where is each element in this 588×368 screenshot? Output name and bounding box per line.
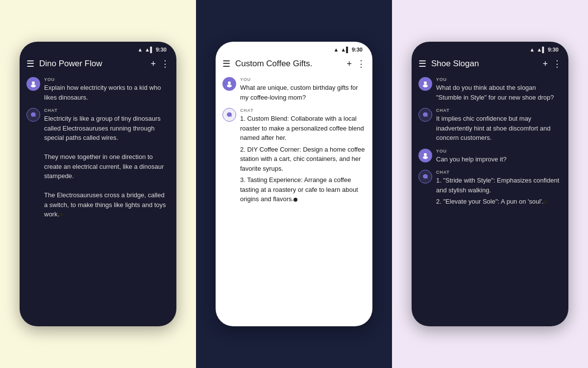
message-text-2-0: What do you think about the slogan "Stum… bbox=[436, 83, 562, 102]
message-block-2-1: CHAT It implies chic confidence but may … bbox=[418, 108, 562, 143]
wifi-icon-right: ▲ bbox=[529, 47, 535, 53]
list-item-2-0: 1. "Stride with Style": Emphasizes confi… bbox=[436, 176, 562, 195]
add-icon-right[interactable]: + bbox=[542, 59, 548, 69]
svg-point-0 bbox=[32, 81, 35, 84]
svg-point-4 bbox=[424, 81, 427, 84]
status-icons-right: ▲ ▲▌ 9:30 bbox=[529, 47, 559, 53]
app-header-center: ☰ Custom Coffee Gifts. + ⋮ bbox=[216, 54, 372, 73]
message-content-1-1: CHAT 1. Custom Blend: Collaborate with a… bbox=[240, 108, 366, 206]
more-icon-left[interactable]: ⋮ bbox=[161, 58, 170, 69]
header-title-left: Dino Power Flow bbox=[39, 59, 146, 69]
more-icon-right[interactable]: ⋮ bbox=[553, 58, 562, 69]
message-block-0-0: YOU Explain how electricity works to a k… bbox=[26, 77, 170, 102]
avatar-chat-right-1 bbox=[418, 108, 432, 122]
message-content-0-1: CHAT Electricity is like a group of tiny… bbox=[44, 108, 170, 219]
chat-icon-right-2 bbox=[422, 173, 429, 180]
avatar-user-left bbox=[26, 77, 40, 91]
message-label-2-2: YOU bbox=[436, 149, 562, 154]
message-label-1-0: YOU bbox=[240, 77, 366, 82]
time-right: 9:30 bbox=[548, 47, 559, 53]
end-dot-right bbox=[543, 200, 547, 204]
list-item-1-0: 1. Custom Blend: Collaborate with a loca… bbox=[240, 114, 366, 143]
message-content-2-0: YOU What do you think about the slogan "… bbox=[436, 77, 562, 102]
svg-point-5 bbox=[423, 84, 428, 87]
status-icons-center: ▲ ▲▌ 9:30 bbox=[333, 47, 363, 53]
message-label-2-3: CHAT bbox=[436, 170, 562, 175]
user-icon-right-1 bbox=[422, 80, 429, 87]
message-text-0-0: Explain how electricity works to a kid w… bbox=[44, 83, 170, 102]
chat-icon-center bbox=[226, 111, 233, 118]
message-text-2-1: It implies chic confidence but may inadv… bbox=[436, 114, 562, 143]
message-block-1-1: CHAT 1. Custom Blend: Collaborate with a… bbox=[222, 108, 366, 206]
wifi-icon-center: ▲ bbox=[333, 47, 339, 53]
list-item-1-1: 2. DIY Coffee Corner: Design a home coff… bbox=[240, 145, 366, 174]
message-block-2-2: YOU Can you help improve it? bbox=[418, 149, 562, 164]
message-block-1-0: YOU What are unique, custom birthday gif… bbox=[222, 77, 366, 102]
chat-icon-right-1 bbox=[422, 111, 429, 118]
end-dot-left bbox=[59, 213, 63, 217]
status-bar-right: ▲ ▲▌ 9:30 bbox=[412, 42, 568, 54]
signal-icon-center: ▲▌ bbox=[341, 47, 350, 53]
avatar-chat-center bbox=[222, 108, 236, 122]
signal-icon-left: ▲▌ bbox=[145, 47, 154, 53]
avatar-chat-right-2 bbox=[418, 170, 432, 184]
avatar-user-right-2 bbox=[418, 149, 432, 162]
message-content-2-1: CHAT It implies chic confidence but may … bbox=[436, 108, 562, 143]
list-item-1-2: 3. Tasting Experience: Arrange a coffee … bbox=[240, 175, 366, 204]
phone-right: ▲ ▲▌ 9:30 ☰ Shoe Slogan + ⋮ bbox=[412, 42, 568, 326]
status-bar-left: ▲ ▲▌ 9:30 bbox=[20, 42, 176, 54]
message-text-2-3: 1. "Stride with Style": Emphasizes confi… bbox=[436, 176, 562, 207]
message-content-2-2: YOU Can you help improve it? bbox=[436, 149, 562, 164]
message-label-1-1: CHAT bbox=[240, 108, 366, 113]
app-header-right: ☰ Shoe Slogan + ⋮ bbox=[412, 54, 568, 73]
end-dot-center bbox=[294, 198, 297, 202]
signal-icon-right: ▲▌ bbox=[537, 47, 546, 53]
phone-center-wrapper: ▲ ▲▌ 9:30 ☰ Custom Coffee Gifts. + ⋮ bbox=[216, 42, 372, 326]
time-left: 9:30 bbox=[156, 47, 167, 53]
menu-icon-left[interactable]: ☰ bbox=[26, 58, 34, 69]
phone-center: ▲ ▲▌ 9:30 ☰ Custom Coffee Gifts. + ⋮ bbox=[216, 42, 372, 326]
add-icon-center[interactable]: + bbox=[346, 59, 352, 69]
more-icon-center[interactable]: ⋮ bbox=[357, 58, 366, 69]
chat-area-left: YOU Explain how electricity works to a k… bbox=[20, 73, 176, 223]
avatar-user-right-1 bbox=[418, 77, 432, 91]
svg-point-2 bbox=[228, 81, 231, 84]
user-icon-center bbox=[226, 80, 233, 87]
status-bar-center: ▲ ▲▌ 9:30 bbox=[216, 42, 372, 54]
message-content-2-3: CHAT 1. "Stride with Style": Emphasizes … bbox=[436, 170, 562, 209]
status-icons-left: ▲ ▲▌ 9:30 bbox=[137, 47, 167, 53]
phone-right-wrapper: ▲ ▲▌ 9:30 ☰ Shoe Slogan + ⋮ bbox=[412, 42, 568, 326]
chat-area-right: YOU What do you think about the slogan "… bbox=[412, 73, 568, 212]
message-text-2-2: Can you help improve it? bbox=[436, 155, 562, 164]
message-text-1-0: What are unique, custom birthday gifts f… bbox=[240, 83, 366, 102]
message-text-1-1: 1. Custom Blend: Collaborate with a loca… bbox=[240, 114, 366, 204]
phone-left: ▲ ▲▌ 9:30 ☰ Dino Power Flow + ⋮ bbox=[20, 42, 176, 326]
svg-point-3 bbox=[227, 84, 232, 87]
menu-icon-right[interactable]: ☰ bbox=[418, 58, 426, 69]
message-label-0-0: YOU bbox=[44, 77, 170, 82]
add-icon-left[interactable]: + bbox=[150, 59, 156, 69]
message-label-2-0: YOU bbox=[436, 77, 562, 82]
app-header-left: ☰ Dino Power Flow + ⋮ bbox=[20, 54, 176, 73]
message-text-0-1: Electricity is like a group of tiny dino… bbox=[44, 114, 170, 219]
phone-left-wrapper: ▲ ▲▌ 9:30 ☰ Dino Power Flow + ⋮ bbox=[20, 42, 176, 326]
message-content-1-0: YOU What are unique, custom birthday gif… bbox=[240, 77, 366, 102]
message-block-2-0: YOU What do you think about the slogan "… bbox=[418, 77, 562, 102]
list-item-2-1: 2. "Elevate your Sole": A pun on 'soul'. bbox=[436, 197, 562, 207]
message-label-0-1: CHAT bbox=[44, 108, 170, 113]
user-icon-left bbox=[30, 80, 37, 87]
message-block-2-3: CHAT 1. "Stride with Style": Emphasizes … bbox=[418, 170, 562, 209]
avatar-chat-left bbox=[26, 108, 40, 122]
menu-icon-center[interactable]: ☰ bbox=[222, 58, 230, 69]
wifi-icon-left: ▲ bbox=[137, 47, 143, 53]
message-label-2-1: CHAT bbox=[436, 108, 562, 113]
svg-point-6 bbox=[424, 153, 427, 156]
user-icon-right-2 bbox=[422, 152, 429, 159]
svg-point-7 bbox=[423, 156, 428, 159]
message-block-0-1: CHAT Electricity is like a group of tiny… bbox=[26, 108, 170, 219]
chat-icon-left bbox=[30, 111, 37, 118]
header-title-right: Shoe Slogan bbox=[431, 59, 538, 69]
time-center: 9:30 bbox=[352, 47, 363, 53]
message-content-0-0: YOU Explain how electricity works to a k… bbox=[44, 77, 170, 102]
header-title-center: Custom Coffee Gifts. bbox=[235, 59, 342, 69]
